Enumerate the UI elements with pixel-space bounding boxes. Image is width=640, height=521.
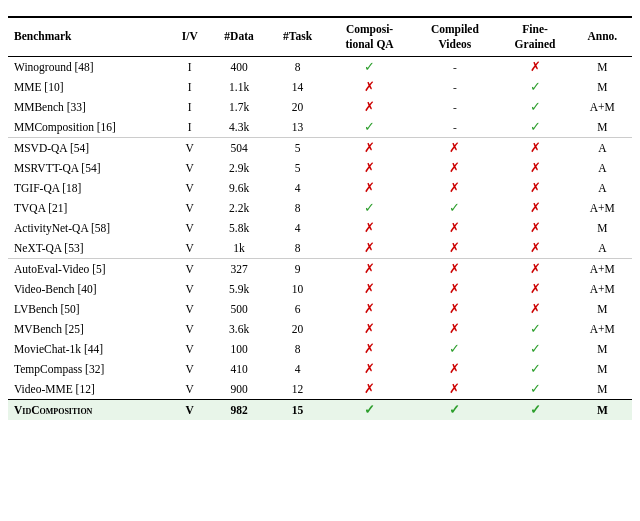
col-data: #Data <box>210 17 269 56</box>
cell-data: 504 <box>210 137 269 158</box>
cell-fine: ✗ <box>497 137 572 158</box>
cell-comp: ✓ <box>327 399 413 420</box>
cell-fine: ✓ <box>497 359 572 379</box>
cell-task: 8 <box>268 238 326 259</box>
cell-task: 9 <box>268 258 326 279</box>
cell-compiled: - <box>412 56 497 77</box>
cell-comp: ✓ <box>327 117 413 138</box>
cell-compiled: ✗ <box>412 299 497 319</box>
table-row: TVQA [21] V 2.2k 8 ✓ ✓ ✗ A+M <box>8 198 632 218</box>
cell-anno: A+M <box>573 279 632 299</box>
cell-iv: I <box>170 117 210 138</box>
cell-task: 8 <box>268 339 326 359</box>
table-row: MME [10] I 1.1k 14 ✗ - ✓ M <box>8 77 632 97</box>
cell-compiled: - <box>412 97 497 117</box>
cell-task: 15 <box>268 399 326 420</box>
cell-compiled: ✗ <box>412 178 497 198</box>
cell-fine: ✗ <box>497 198 572 218</box>
cell-iv: V <box>170 178 210 198</box>
cell-compiled: ✓ <box>412 198 497 218</box>
cell-iv: V <box>170 279 210 299</box>
cell-comp: ✓ <box>327 56 413 77</box>
cell-data: 410 <box>210 359 269 379</box>
cell-comp: ✗ <box>327 77 413 97</box>
col-anno: Anno. <box>573 17 632 56</box>
cell-compiled: ✓ <box>412 399 497 420</box>
table-row: MSRVTT-QA [54] V 2.9k 5 ✗ ✗ ✗ A <box>8 158 632 178</box>
col-finegrained: Fine-Grained <box>497 17 572 56</box>
cell-benchmark: AutoEval-Video [5] <box>8 258 170 279</box>
cell-benchmark: VidComposition <box>8 399 170 420</box>
cell-anno: A <box>573 158 632 178</box>
cell-anno: A+M <box>573 319 632 339</box>
cell-fine: ✗ <box>497 218 572 238</box>
cell-fine: ✓ <box>497 319 572 339</box>
cell-fine: ✓ <box>497 77 572 97</box>
cell-task: 12 <box>268 379 326 400</box>
cell-anno: M <box>573 56 632 77</box>
cell-data: 1.1k <box>210 77 269 97</box>
cell-benchmark: MME [10] <box>8 77 170 97</box>
cell-task: 13 <box>268 117 326 138</box>
cell-iv: V <box>170 218 210 238</box>
cell-data: 1k <box>210 238 269 259</box>
cell-benchmark: TGIF-QA [18] <box>8 178 170 198</box>
cell-iv: V <box>170 137 210 158</box>
cell-task: 4 <box>268 359 326 379</box>
cell-benchmark: TempCompass [32] <box>8 359 170 379</box>
cell-benchmark: MSVD-QA [54] <box>8 137 170 158</box>
cell-comp: ✗ <box>327 379 413 400</box>
cell-iv: V <box>170 359 210 379</box>
table-row: NeXT-QA [53] V 1k 8 ✗ ✗ ✗ A <box>8 238 632 259</box>
table-row: MVBench [25] V 3.6k 20 ✗ ✗ ✓ A+M <box>8 319 632 339</box>
cell-benchmark: MMComposition [16] <box>8 117 170 138</box>
cell-benchmark: ActivityNet-QA [58] <box>8 218 170 238</box>
cell-anno: A <box>573 178 632 198</box>
cell-fine: ✓ <box>497 339 572 359</box>
table-row: MMBench [33] I 1.7k 20 ✗ - ✓ A+M <box>8 97 632 117</box>
cell-compiled: - <box>412 117 497 138</box>
cell-compiled: ✗ <box>412 319 497 339</box>
cell-anno: M <box>573 77 632 97</box>
cell-fine: ✗ <box>497 279 572 299</box>
cell-anno: M <box>573 218 632 238</box>
cell-data: 5.9k <box>210 279 269 299</box>
cell-compiled: ✓ <box>412 339 497 359</box>
col-compositional: Composi-tional QA <box>327 17 413 56</box>
table-row: Video-Bench [40] V 5.9k 10 ✗ ✗ ✗ A+M <box>8 279 632 299</box>
cell-benchmark: MVBench [25] <box>8 319 170 339</box>
cell-anno: A+M <box>573 97 632 117</box>
cell-task: 14 <box>268 77 326 97</box>
cell-data: 4.3k <box>210 117 269 138</box>
cell-comp: ✗ <box>327 319 413 339</box>
comparison-table: Benchmark I/V #Data #Task Composi-tional… <box>8 16 632 420</box>
cell-fine: ✓ <box>497 97 572 117</box>
cell-fine: ✓ <box>497 399 572 420</box>
cell-compiled: ✗ <box>412 279 497 299</box>
cell-fine: ✓ <box>497 117 572 138</box>
cell-data: 400 <box>210 56 269 77</box>
cell-data: 327 <box>210 258 269 279</box>
cell-fine: ✓ <box>497 379 572 400</box>
cell-fine: ✗ <box>497 299 572 319</box>
cell-compiled: ✗ <box>412 238 497 259</box>
cell-task: 4 <box>268 218 326 238</box>
cell-comp: ✗ <box>327 97 413 117</box>
cell-data: 100 <box>210 339 269 359</box>
cell-compiled: ✗ <box>412 258 497 279</box>
cell-benchmark: NeXT-QA [53] <box>8 238 170 259</box>
cell-anno: A <box>573 238 632 259</box>
cell-anno: M <box>573 399 632 420</box>
cell-anno: M <box>573 379 632 400</box>
cell-compiled: ✗ <box>412 137 497 158</box>
cell-anno: M <box>573 339 632 359</box>
cell-comp: ✗ <box>327 158 413 178</box>
cell-comp: ✗ <box>327 299 413 319</box>
table-row: ActivityNet-QA [58] V 5.8k 4 ✗ ✗ ✗ M <box>8 218 632 238</box>
cell-anno: M <box>573 299 632 319</box>
cell-anno: A+M <box>573 258 632 279</box>
cell-fine: ✗ <box>497 56 572 77</box>
cell-comp: ✗ <box>327 238 413 259</box>
cell-data: 3.6k <box>210 319 269 339</box>
cell-fine: ✗ <box>497 178 572 198</box>
